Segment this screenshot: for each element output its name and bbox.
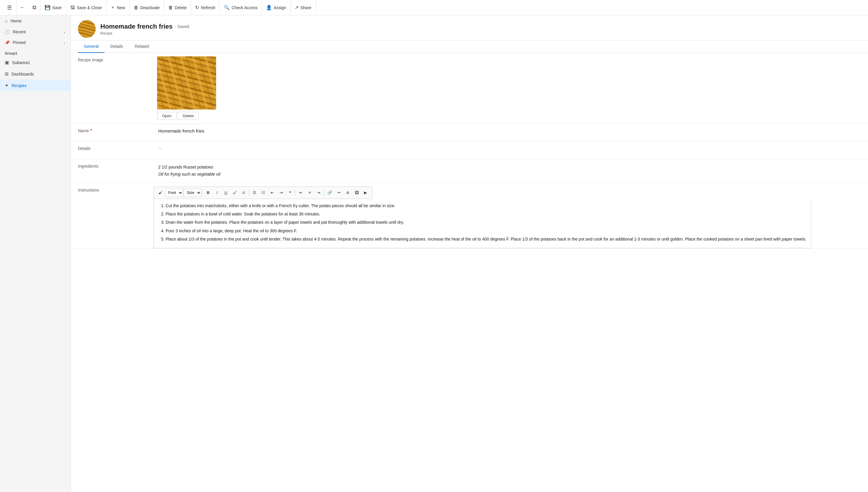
bold-icon: B (207, 190, 209, 195)
details-row: Details --- (71, 141, 868, 159)
open-new-window-button[interactable]: ⧉ (28, 0, 40, 15)
check-access-icon: 🔍 (224, 5, 230, 10)
sidebar-item-home[interactable]: ⌂ Home (0, 15, 71, 27)
group1-label: Group1 (0, 48, 71, 57)
recipe-image-content: Open Delete (153, 53, 220, 123)
toolbar-separator-2 (249, 190, 249, 196)
recipe-image[interactable] (157, 56, 216, 109)
bold-button[interactable]: B (204, 189, 212, 197)
sidebar-item-dashboards[interactable]: ⊞ Dashboards (0, 68, 71, 80)
assign-icon: 👤 (266, 5, 272, 10)
save-icon: 💾 (45, 5, 50, 10)
image-open-button[interactable]: Open (157, 112, 176, 120)
increase-indent-button[interactable]: ⇥ (277, 189, 285, 197)
instructions-label: Instructions (71, 183, 153, 197)
sidebar-item-recipes[interactable]: ✦ Recipes (0, 80, 71, 91)
pinned-chevron-icon: ⌄ (63, 41, 66, 45)
save-button[interactable]: 💾 Save (41, 0, 66, 15)
insert-image-button[interactable]: 🖼 (353, 189, 361, 197)
pinned-icon: 📌 (5, 40, 10, 45)
more-options-button[interactable]: ▶ (361, 189, 370, 197)
avatar (78, 20, 96, 38)
insert-link-button[interactable]: 🔗 (326, 189, 334, 197)
ingredients-value: 2 1/2 pounds Russet potatoes Oil for fry… (153, 159, 868, 183)
name-row: Name * Homemade french fries (71, 124, 868, 141)
align-left-button[interactable]: ⇤ (297, 189, 305, 197)
record-type: Recipe (100, 31, 189, 35)
sidebar-item-subarea1[interactable]: ▣ Subarea1 (0, 57, 71, 68)
decrease-indent-button[interactable]: ⇤ (268, 189, 276, 197)
recipes-icon: ✦ (5, 83, 8, 88)
font-color-button[interactable]: A (239, 189, 248, 197)
instruction-item: Cut the potatoes into matchsticks, eithe… (166, 202, 806, 209)
sidebar-item-recent[interactable]: 🕐 Recent ⌄ (0, 27, 71, 37)
font-color-icon: A (242, 190, 245, 195)
toolbar-separator-3 (295, 190, 295, 196)
italic-button[interactable]: I (213, 189, 221, 197)
instructions-editor: 🖌 Font Size B I (153, 183, 868, 248)
tabs: General Details Related (71, 41, 868, 53)
assign-button[interactable]: 👤 Assign (262, 0, 290, 15)
numbered-list-icon: ☷ (262, 190, 265, 195)
instruction-item: Place the potatoes in a bowl of cold wat… (166, 211, 806, 217)
sidebar: ⌂ Home 🕐 Recent ⌄ 📌 Pinned ⌄ Group1 ▣ Su… (0, 15, 71, 492)
tab-related[interactable]: Related (129, 41, 155, 53)
ingredients-line2: Oil for frying such as vegetable oil (158, 171, 220, 178)
back-button[interactable]: ← (17, 0, 28, 15)
name-value: Homemade french fries (153, 124, 868, 138)
toolbar: ☰ ← ⧉ 💾 Save 🖫 Save & Close ＋ New 🗑 Deac… (0, 0, 868, 15)
save-close-icon: 🖫 (70, 5, 75, 10)
record-header: Homemade french fries - Saved Recipe (71, 15, 868, 41)
deactivate-button[interactable]: 🗑 Deactivate (129, 0, 164, 15)
name-label: Name * (71, 124, 153, 139)
numbered-list-button[interactable]: ☷ (259, 189, 267, 197)
home-icon: ⌂ (5, 18, 8, 24)
record-title: Homemade french fries - Saved (100, 23, 189, 30)
blockquote-icon: ❝ (289, 190, 291, 195)
share-button[interactable]: ↗ Share (290, 0, 316, 15)
image-delete-button[interactable]: Delete (178, 112, 199, 120)
highlight-button[interactable]: 🖊 (231, 189, 239, 197)
align-left-icon: ⇤ (299, 190, 303, 195)
details-value: --- (153, 141, 868, 155)
new-button[interactable]: ＋ New (106, 0, 129, 15)
new-icon: ＋ (111, 4, 115, 10)
recent-icon: 🕐 (5, 29, 10, 34)
recent-chevron-icon: ⌄ (63, 30, 66, 34)
editor-clear-formatting-button[interactable]: 🖌 (156, 189, 165, 197)
size-selector[interactable]: Size (184, 189, 201, 197)
highlight-icon: 🖊 (233, 190, 237, 195)
recipe-image-row: Recipe image Open Delete (71, 53, 868, 124)
deactivate-icon: 🗑 (134, 5, 139, 10)
delete-icon: 🗑 (168, 5, 173, 10)
clear-formatting-icon: 🖌 (159, 190, 162, 195)
save-close-button[interactable]: 🖫 Save & Close (66, 0, 106, 15)
align-right-button[interactable]: ⇥ (314, 189, 323, 197)
image-action-buttons: Open Delete (157, 112, 199, 120)
ingredients-row: Ingredients 2 1/2 pounds Russet potatoes… (71, 159, 868, 183)
underline-button[interactable]: U (222, 189, 230, 197)
sidebar-item-pinned[interactable]: 📌 Pinned ⌄ (0, 37, 71, 48)
ingredients-line1: 2 1/2 pounds Russet potatoes (158, 164, 213, 171)
strikethrough-button[interactable]: S̶ (344, 189, 352, 197)
recipe-image-label: Recipe image (71, 53, 153, 67)
instructions-row: Instructions 🖌 Font Size (71, 183, 868, 248)
nav-buttons: ← ⧉ (17, 0, 41, 15)
bullet-list-button[interactable]: ☰ (250, 189, 259, 197)
instructions-content[interactable]: Cut the potatoes into matchsticks, eithe… (153, 199, 811, 248)
check-access-button[interactable]: 🔍 Check Access (220, 0, 262, 15)
font-selector[interactable]: Font (165, 189, 183, 197)
edit-link-button[interactable]: ✏ (335, 189, 343, 197)
open-new-window-icon: ⧉ (32, 4, 36, 10)
blockquote-button[interactable]: ❝ (286, 189, 294, 197)
align-center-icon: ≡ (309, 190, 311, 195)
tab-details[interactable]: Details (104, 41, 129, 53)
align-center-button[interactable]: ≡ (306, 189, 314, 197)
editor-toolbar: 🖌 Font Size B I (153, 187, 372, 199)
subarea1-icon: ▣ (5, 59, 9, 65)
menu-button[interactable]: ☰ (2, 0, 17, 15)
delete-button[interactable]: 🗑 Delete (164, 0, 191, 15)
tab-general[interactable]: General (78, 41, 104, 53)
details-label: Details (71, 141, 153, 155)
refresh-button[interactable]: ↻ Refresh (191, 0, 220, 15)
